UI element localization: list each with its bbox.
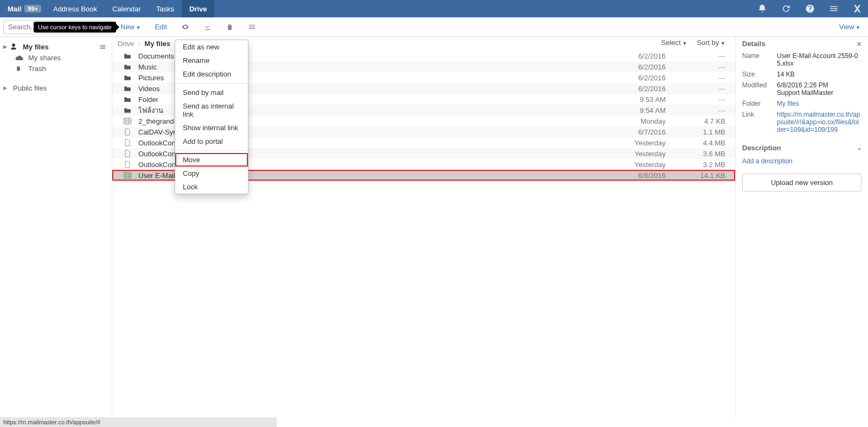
toolbar: Use cursor keys to navigate New Edit Vie… — [0, 17, 868, 37]
sidebar: ▶ My files My shares Trash ▶ Public — [0, 37, 112, 417]
file-size: — — [666, 106, 725, 114]
new-button[interactable]: New — [120, 23, 141, 31]
sidebar-trash[interactable]: Trash — [0, 63, 112, 74]
details-title: Details — [742, 40, 765, 48]
file-size: 3.6 MB — [666, 150, 725, 158]
menu-item-send-by-mail[interactable]: Send by mail — [175, 86, 248, 99]
hamburger-icon[interactable] — [99, 43, 106, 50]
file-size: 1.1 MB — [666, 128, 725, 136]
menu-item-move[interactable]: Move — [175, 153, 248, 167]
details-panel: Details × NameUser E-Mail Account 2559-0… — [735, 37, 868, 417]
sidebar-myfiles[interactable]: ▶ My files — [0, 41, 112, 52]
sortby-dropdown[interactable]: Sort by — [697, 39, 725, 47]
file-icon — [122, 161, 133, 168]
details-size: 14 KB — [777, 71, 861, 78]
context-menu: Edit as newRenameEdit descriptionSend by… — [175, 40, 248, 194]
sidebar-publicfiles[interactable]: ▶ Public files — [0, 82, 112, 93]
folder-icon — [122, 53, 133, 59]
menu-item-edit-description[interactable]: Edit description — [175, 67, 248, 81]
upload-new-version-button[interactable]: Upload new version — [742, 174, 861, 192]
file-size: 14.1 KB — [666, 171, 725, 180]
status-bar: https://m.mailmaster.co.th/appsuite/# — [0, 417, 277, 427]
file-date: Yesterday — [611, 150, 666, 158]
nav-mail[interactable]: Mail 99+ — [0, 0, 46, 17]
file-icon — [122, 128, 133, 136]
file-date: 9:53 AM — [611, 95, 666, 104]
file-date: 6/2/2016 — [611, 85, 666, 93]
svg-rect-5 — [124, 173, 131, 179]
folder-icon — [122, 63, 133, 70]
menu-item-send-as-internal-link[interactable]: Send as internal link — [175, 99, 248, 121]
folder-icon — [122, 85, 133, 92]
hamburger-icon[interactable] — [248, 23, 256, 31]
file-size: 3.2 MB — [666, 161, 725, 169]
help-icon[interactable] — [805, 4, 815, 14]
menu-item-rename[interactable]: Rename — [175, 54, 248, 67]
menu-icon[interactable] — [829, 4, 839, 14]
file-date: 9:54 AM — [611, 106, 666, 114]
add-description-link[interactable]: Add a description — [742, 154, 861, 168]
select-dropdown[interactable]: Select — [661, 39, 687, 47]
nav-tasks[interactable]: Tasks — [149, 0, 182, 17]
file-date: Yesterday — [611, 161, 666, 169]
menu-item-lock[interactable]: Lock — [175, 180, 248, 194]
menu-item-copy[interactable]: Copy — [175, 167, 248, 180]
file-date: 6/2/2016 — [611, 52, 666, 60]
description-section-toggle[interactable]: Description⌄ — [742, 142, 861, 154]
trash-icon[interactable] — [226, 23, 234, 31]
menu-item-show-internal-link[interactable]: Show internal link — [175, 121, 248, 135]
cloud-icon — [15, 54, 24, 61]
sidebar-myshares[interactable]: My shares — [0, 52, 112, 63]
folder-icon — [122, 74, 133, 81]
file-icon — [122, 139, 133, 146]
download-icon[interactable] — [203, 23, 212, 31]
file-size: — — [666, 74, 725, 82]
file-size: — — [666, 85, 725, 93]
file-size: — — [666, 95, 725, 104]
file-date: 6/7/2016 — [611, 128, 666, 136]
nav-drive[interactable]: Drive — [182, 0, 215, 17]
details-modified: 6/8/2016 2:26 PMSupport MailMaster — [777, 81, 861, 97]
menu-item-add-to-portal[interactable]: Add to portal — [175, 135, 248, 148]
view-dropdown[interactable]: View — [839, 23, 860, 31]
logo-icon[interactable] — [853, 4, 863, 14]
file-date: 6/8/2016 — [611, 171, 666, 180]
nav-address-book[interactable]: Address Book — [46, 0, 105, 17]
spreadsheet-icon — [122, 118, 133, 124]
person-icon — [10, 43, 18, 50]
details-folder-link[interactable]: My files — [777, 100, 861, 107]
top-navigation: Mail 99+ Address Book Calendar Tasks Dri… — [0, 0, 868, 17]
details-link[interactable]: https://m.mailmaster.co.th/appsuite/#!&a… — [777, 111, 861, 133]
details-name: User E-Mail Account 2559-05.xlsx — [777, 52, 861, 67]
close-icon[interactable]: × — [857, 40, 861, 48]
file-icon — [122, 150, 133, 157]
breadcrumb-root[interactable]: Drive — [118, 40, 134, 48]
spreadsheet-icon — [122, 172, 133, 179]
edit-button[interactable]: Edit — [155, 23, 167, 31]
folder-icon — [122, 107, 133, 113]
file-date: Monday — [611, 117, 666, 125]
trash-icon — [15, 65, 24, 72]
file-size: 4.7 KB — [666, 117, 725, 125]
file-date: Yesterday — [611, 139, 666, 147]
search-tooltip: Use cursor keys to navigate — [34, 22, 116, 33]
file-size: — — [666, 63, 725, 71]
file-size: — — [666, 52, 725, 60]
folder-icon — [122, 96, 133, 103]
bell-icon[interactable] — [757, 4, 767, 14]
refresh-icon[interactable] — [781, 4, 791, 14]
breadcrumb-current: My files — [144, 40, 170, 48]
menu-item-edit-as-new[interactable]: Edit as new — [175, 40, 248, 54]
file-date: 6/2/2016 — [611, 74, 666, 82]
preview-icon[interactable] — [181, 23, 189, 31]
file-date: 6/2/2016 — [611, 63, 666, 71]
file-size: 4.4 MB — [666, 139, 725, 147]
mail-badge: 99+ — [24, 5, 41, 12]
svg-rect-0 — [124, 118, 131, 124]
nav-calendar[interactable]: Calendar — [105, 0, 149, 17]
